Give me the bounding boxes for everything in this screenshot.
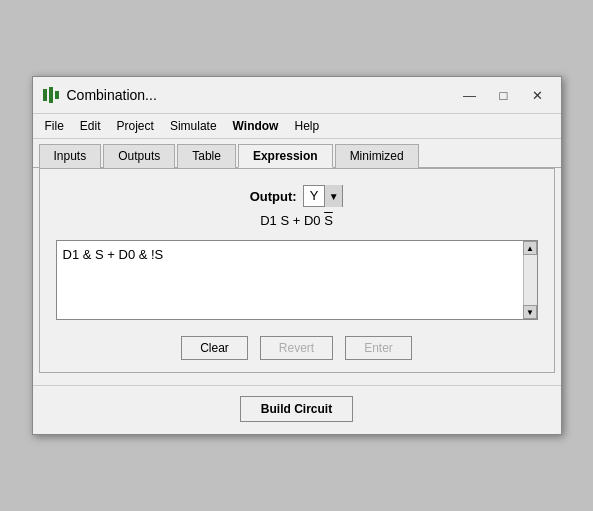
output-row: Output: Y ▼ [56,185,538,207]
scrollbar-track [524,255,537,305]
overline-s: S [324,213,333,228]
expression-textarea-wrapper: D1 & S + D0 & !S ▲ ▼ [56,240,538,320]
bottom-bar: Build Circuit [33,385,561,434]
window-title: Combination... [67,87,455,103]
output-select[interactable]: Y ▼ [303,185,344,207]
maximize-button[interactable]: □ [489,83,519,107]
close-button[interactable]: ✕ [523,83,553,107]
tab-expression[interactable]: Expression [238,144,333,168]
app-icon [41,85,61,105]
build-circuit-button[interactable]: Build Circuit [240,396,353,422]
enter-button[interactable]: Enter [345,336,412,360]
tab-outputs[interactable]: Outputs [103,144,175,168]
menu-project[interactable]: Project [109,116,162,136]
tab-bar: Inputs Outputs Table Expression Minimize… [33,139,561,168]
clear-button[interactable]: Clear [181,336,248,360]
window-controls: — □ ✕ [455,83,553,107]
menu-bar: File Edit Project Simulate Window Help [33,114,561,139]
expression-panel: Output: Y ▼ D1 S + D0 S D1 & S + D0 & !S… [39,168,555,373]
scrollbar: ▲ ▼ [523,241,537,319]
tab-table[interactable]: Table [177,144,236,168]
scroll-up-button[interactable]: ▲ [523,241,537,255]
output-label: Output: [250,189,297,204]
title-bar: Combination... — □ ✕ [33,77,561,114]
main-window: Combination... — □ ✕ File Edit Project S… [32,76,562,435]
menu-file[interactable]: File [37,116,72,136]
expression-textarea[interactable]: D1 & S + D0 & !S [57,241,523,319]
svg-rect-2 [55,91,59,99]
svg-rect-1 [49,87,53,103]
minimize-button[interactable]: — [455,83,485,107]
menu-window[interactable]: Window [225,116,287,136]
scroll-down-button[interactable]: ▼ [523,305,537,319]
menu-simulate[interactable]: Simulate [162,116,225,136]
menu-help[interactable]: Help [286,116,327,136]
revert-button[interactable]: Revert [260,336,333,360]
expression-formula-display: D1 S + D0 S [56,213,538,228]
output-select-value: Y [304,185,325,207]
svg-rect-0 [43,89,47,101]
menu-edit[interactable]: Edit [72,116,109,136]
action-buttons: Clear Revert Enter [56,336,538,360]
dropdown-arrow-icon[interactable]: ▼ [324,185,342,207]
tab-minimized[interactable]: Minimized [335,144,419,168]
tab-inputs[interactable]: Inputs [39,144,102,168]
